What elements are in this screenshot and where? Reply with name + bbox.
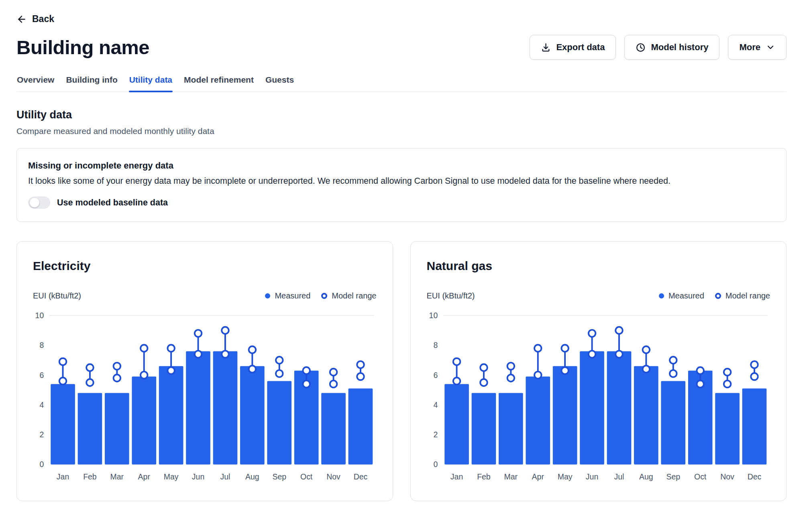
- electricity-y-axis-label: EUI (kBtu/ft2): [33, 291, 81, 301]
- page-title: Building name: [16, 36, 149, 59]
- svg-text:Dec: Dec: [747, 472, 761, 481]
- natural-gas-chart-meta: EUI (kBtu/ft2) Measured Model range: [427, 291, 770, 301]
- svg-text:Jun: Jun: [192, 472, 204, 481]
- svg-text:6: 6: [39, 371, 44, 380]
- export-data-label: Export data: [556, 42, 605, 53]
- natural-gas-chart: 0246810JanFebMarAprMayJunJulAugSepOctNov…: [427, 306, 770, 482]
- more-label: More: [739, 42, 760, 53]
- svg-text:Sep: Sep: [272, 472, 286, 481]
- tab-model-refinement[interactable]: Model refinement: [183, 75, 254, 91]
- tab-utility-data[interactable]: Utility data: [129, 75, 173, 91]
- natural-gas-legend: Measured Model range: [659, 291, 770, 301]
- back-label: Back: [32, 14, 54, 24]
- svg-text:Oct: Oct: [300, 472, 313, 481]
- electricity-legend: Measured Model range: [265, 291, 376, 301]
- svg-text:Sep: Sep: [666, 472, 680, 481]
- svg-text:Jul: Jul: [220, 472, 230, 481]
- legend-measured: Measured: [265, 291, 310, 301]
- section-subtitle: Compare measured and modeled monthly uti…: [16, 126, 787, 136]
- legend-model-range-label: Model range: [332, 291, 376, 301]
- svg-text:Oct: Oct: [694, 472, 707, 481]
- svg-text:8: 8: [39, 341, 44, 349]
- svg-text:Nov: Nov: [326, 472, 340, 481]
- svg-text:Mar: Mar: [504, 472, 518, 481]
- svg-text:Aug: Aug: [639, 472, 653, 481]
- svg-text:4: 4: [433, 400, 438, 409]
- model-range-ring-icon: [321, 293, 327, 299]
- legend-model-range: Model range: [321, 291, 376, 301]
- svg-text:Jul: Jul: [614, 472, 624, 481]
- svg-text:Aug: Aug: [245, 472, 259, 481]
- svg-text:Feb: Feb: [477, 472, 491, 481]
- svg-text:6: 6: [433, 371, 438, 380]
- alert-body: It looks like some of your energy data m…: [28, 176, 775, 186]
- legend-measured-label: Measured: [275, 291, 310, 301]
- electricity-chart-title: Electricity: [33, 259, 377, 273]
- electricity-chart-meta: EUI (kBtu/ft2) Measured Model range: [33, 291, 377, 301]
- svg-text:Feb: Feb: [83, 472, 97, 481]
- svg-text:0: 0: [433, 460, 438, 469]
- charts-row: Electricity EUI (kBtu/ft2) Measured Mode…: [16, 241, 787, 501]
- svg-text:Dec: Dec: [354, 472, 368, 481]
- natural-gas-y-axis-label: EUI (kBtu/ft2): [427, 291, 475, 301]
- svg-text:Jun: Jun: [585, 472, 598, 481]
- svg-text:10: 10: [429, 311, 438, 320]
- measured-dot-icon: [265, 293, 270, 298]
- export-data-button[interactable]: Export data: [530, 35, 616, 60]
- svg-text:0: 0: [39, 460, 44, 469]
- svg-text:Nov: Nov: [720, 472, 734, 481]
- legend-model-range: Model range: [715, 291, 770, 301]
- svg-text:Jan: Jan: [57, 472, 69, 481]
- title-row: Building name Export data Model history: [16, 35, 787, 60]
- svg-text:10: 10: [35, 311, 44, 320]
- electricity-card: Electricity EUI (kBtu/ft2) Measured Mode…: [16, 241, 393, 501]
- tab-bar: Overview Building info Utility data Mode…: [16, 75, 787, 92]
- svg-text:8: 8: [433, 341, 438, 349]
- natural-gas-card: Natural gas EUI (kBtu/ft2) Measured Mode…: [410, 241, 787, 501]
- toggle-row: Use modeled baseline data: [28, 197, 775, 209]
- svg-text:Mar: Mar: [110, 472, 124, 481]
- more-button[interactable]: More: [728, 35, 787, 60]
- model-range-ring-icon: [715, 293, 721, 299]
- section-title: Utility data: [16, 109, 787, 121]
- chevron-down-icon: [766, 43, 775, 52]
- page: Back Building name Export data Model h: [0, 0, 803, 501]
- tab-overview[interactable]: Overview: [16, 75, 55, 91]
- clock-icon: [636, 43, 646, 53]
- alert-title: Missing or incomplete energy data: [28, 160, 775, 171]
- svg-text:4: 4: [39, 400, 44, 409]
- natural-gas-chart-title: Natural gas: [427, 259, 770, 273]
- legend-measured: Measured: [659, 291, 704, 301]
- tab-guests[interactable]: Guests: [265, 75, 294, 91]
- missing-data-alert: Missing or incomplete energy data It loo…: [16, 148, 787, 222]
- svg-text:2: 2: [39, 430, 44, 439]
- toggle-label: Use modeled baseline data: [57, 198, 168, 208]
- electricity-chart: 0246810JanFebMarAprMayJunJulAugSepOctNov…: [33, 306, 377, 482]
- svg-text:2: 2: [433, 430, 438, 439]
- legend-model-range-label: Model range: [726, 291, 770, 301]
- back-button[interactable]: Back: [16, 14, 54, 24]
- svg-text:Apr: Apr: [138, 472, 151, 481]
- svg-text:May: May: [557, 472, 572, 481]
- download-icon: [541, 43, 551, 53]
- svg-text:May: May: [164, 472, 179, 481]
- tab-building-info[interactable]: Building info: [65, 75, 118, 91]
- header-actions: Export data Model history More: [530, 35, 787, 60]
- measured-dot-icon: [659, 293, 664, 298]
- svg-text:Jan: Jan: [450, 472, 463, 481]
- svg-text:Apr: Apr: [532, 472, 544, 481]
- arrow-left-icon: [16, 14, 27, 24]
- legend-measured-label: Measured: [668, 291, 704, 301]
- model-history-button[interactable]: Model history: [624, 35, 719, 60]
- model-history-label: Model history: [651, 42, 708, 53]
- toggle-knob: [30, 198, 39, 207]
- use-modeled-baseline-toggle[interactable]: [28, 197, 50, 209]
